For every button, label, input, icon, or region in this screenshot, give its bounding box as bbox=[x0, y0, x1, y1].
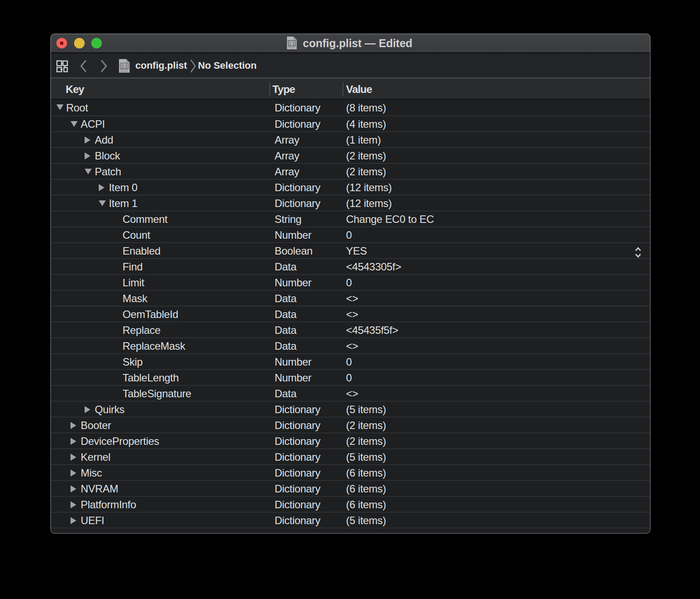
svg-text:PLIST: PLIST bbox=[121, 70, 128, 73]
svg-text:PLIST: PLIST bbox=[288, 46, 295, 49]
